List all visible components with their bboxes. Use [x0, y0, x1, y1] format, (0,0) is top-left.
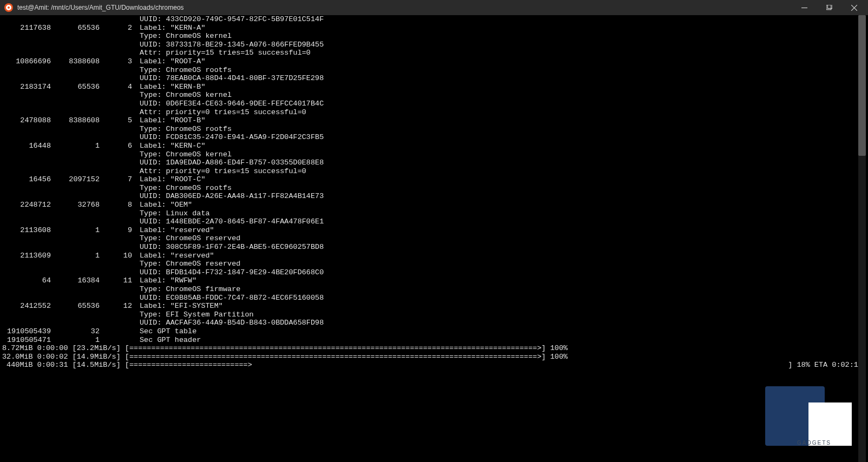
output-line: UUID: 78EAB0CA-88D4-4D41-80BF-37E7D25FE2…: [2, 74, 866, 83]
output-line: UUID: 308C5F89-1F67-2E4B-ABE5-6EC960257B…: [2, 243, 866, 252]
output-line: Type: ChromeOS rootfs: [2, 184, 866, 193]
output-line: 641638411Label: "RWFW": [2, 276, 866, 285]
output-line: 2113609110Label: "reserved": [2, 252, 866, 260]
output-line: Attr: priority=0 tries=15 successful=0: [2, 167, 866, 176]
output-line: 24125526553612Label: "EFI-SYSTEM": [2, 302, 866, 311]
output-line: UUID: EC0B85AB-FDDC-7C47-8B72-4EC6F51600…: [2, 294, 866, 302]
output-line: 211360819Label: "reserved": [2, 226, 866, 235]
maximize-button[interactable]: [817, 0, 841, 15]
output-line: UUID: 1448EBDE-2A70-8645-BF87-4FAA478F06…: [2, 217, 866, 226]
output-line: UUID: BFDB14D4-F732-1847-9E29-4BE20FD668…: [2, 268, 866, 277]
output-line: Type: ChromeOS kernel: [2, 32, 866, 41]
output-line: 2117638655362Label: "KERN-A": [2, 24, 866, 32]
progress-line: 440MiB 0:00:31 [14.5MiB/s] [============…: [2, 361, 866, 369]
ubuntu-icon: [4, 3, 13, 12]
progress-line: 8.72MiB 0:00:00 [23.2MiB/s] [===========…: [2, 344, 866, 353]
output-line: Type: ChromeOS rootfs: [2, 66, 866, 75]
svg-rect-2: [827, 5, 832, 9]
output-line: Type: ChromeOS firmware: [2, 285, 866, 294]
output-line: UUID: DAB306ED-A26E-AA48-A117-FF82A4B14E…: [2, 192, 866, 201]
output-line: Type: ChromeOS rootfs: [2, 125, 866, 134]
output-line: Attr: priority=15 tries=15 successful=0: [2, 49, 866, 57]
output-line: 2183174655364Label: "KERN-B": [2, 83, 866, 91]
output-line: UUID: AACFAF36-44A9-B54D-B843-0BDDA658FD…: [2, 319, 866, 327]
output-line: 1644816Label: "KERN-C": [2, 142, 866, 150]
output-line: UUID: 433CD920-749C-9547-82FC-5B97E01C51…: [2, 15, 866, 24]
scrollbar-thumb[interactable]: [858, 15, 866, 156]
output-line: Attr: priority=0 tries=15 successful=0: [2, 108, 866, 117]
svg-rect-1: [826, 5, 831, 10]
output-line: UUID: 0D6FE3E4-CE63-9646-9DEE-FEFCC4017B…: [2, 100, 866, 108]
progress-line: 32.0MiB 0:00:02 [14.9MiB/s] [===========…: [2, 353, 866, 361]
output-line: UUID: 38733178-BE29-1345-A076-866FFED9B4…: [2, 41, 866, 49]
minimize-button[interactable]: [792, 0, 816, 15]
output-line: 1645620971527Label: "ROOT-C": [2, 175, 866, 184]
output-line: Type: ChromeOS kernel: [2, 150, 866, 159]
output-line: Type: ChromeOS kernel: [2, 91, 866, 100]
output-line: 191050543932Sec GPT table: [2, 327, 866, 336]
output-line: 1086669683886083Label: "ROOT-A": [2, 57, 866, 66]
output-line: 2248712327688Label: "OEM": [2, 201, 866, 209]
window-title: test@Amit: /mnt/c/Users/Amit_GTU/Downloa…: [17, 4, 792, 11]
output-line: Type: ChromeOS reserved: [2, 234, 866, 243]
output-line: 19105054711Sec GPT header: [2, 336, 866, 345]
output-line: Type: EFI System Partition: [2, 311, 866, 319]
output-line: Type: ChromeOS reserved: [2, 260, 866, 268]
terminal-output[interactable]: UUID: 433CD920-749C-9547-82FC-5B97E01C51…: [0, 15, 868, 462]
output-line: UUID: 1DA9EDAD-A886-ED4F-B757-03355D0E88…: [2, 159, 866, 167]
output-line: Type: Linux data: [2, 209, 866, 218]
close-button[interactable]: [842, 0, 866, 15]
output-line: UUID: FCD81C35-2470-E941-A5A9-F2D04F2C3F…: [2, 133, 866, 142]
titlebar: test@Amit: /mnt/c/Users/Amit_GTU/Downloa…: [0, 0, 868, 15]
output-line: 247808883886085Label: "ROOT-B": [2, 116, 866, 125]
watermark-logo: GADGETS: [765, 381, 852, 446]
